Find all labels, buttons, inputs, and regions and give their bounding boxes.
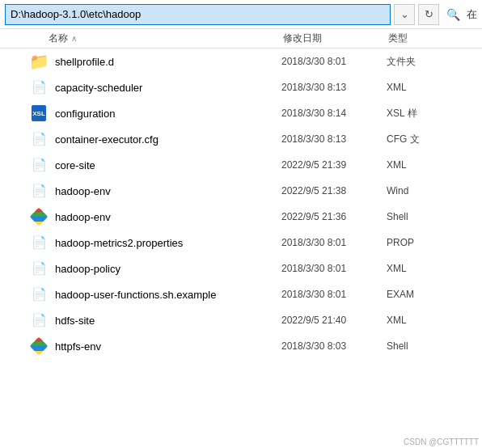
table-row[interactable]: 📄core-site2022/9/5 21:39XML — [0, 152, 482, 178]
file-icon: 📄 — [29, 181, 49, 201]
search-icon-button[interactable]: 🔍 — [442, 4, 463, 25]
file-type: XSL 样 — [387, 107, 479, 120]
file-name: hadoop-user-functions.sh.example — [55, 289, 281, 301]
file-type: 文件夹 — [387, 55, 479, 69]
file-icon: 📁 — [29, 52, 49, 71]
table-row[interactable]: hadoop-env2022/9/5 21:36Shell — [0, 204, 482, 230]
file-icon: 📄 — [29, 311, 49, 330]
file-icon: 📄 — [29, 155, 49, 175]
table-row[interactable]: 📄hadoop-policy2018/3/30 8:01XML — [0, 256, 482, 281]
file-name: hadoop-env — [55, 185, 281, 197]
file-name: shellprofile.d — [55, 56, 281, 68]
column-headers: 名称 ∧ 修改日期 类型 — [0, 29, 482, 49]
file-type: CFG 文 — [387, 133, 479, 146]
table-row[interactable]: 📄hdfs-site2022/9/5 21:40XML — [0, 307, 482, 333]
file-name: core-site — [55, 159, 281, 171]
table-row[interactable]: 📁shellprofile.d2018/3/30 8:01文件夹 — [0, 49, 482, 74]
file-type: Shell — [387, 340, 479, 352]
refresh-button[interactable]: ↻ — [418, 4, 439, 25]
file-icon — [29, 336, 49, 356]
table-row[interactable]: 📄capacity-scheduler2018/3/30 8:13XML — [0, 74, 482, 100]
file-icon: XSL — [29, 104, 49, 123]
file-list: 📁shellprofile.d2018/3/30 8:01文件夹📄capacit… — [0, 49, 482, 443]
table-row[interactable]: 📄hadoop-env2022/9/5 21:38Wind — [0, 178, 482, 204]
file-icon: 📄 — [29, 259, 49, 278]
file-name: hdfs-site — [55, 315, 281, 327]
file-name: hadoop-policy — [55, 263, 281, 275]
file-type: XML — [387, 315, 479, 326]
file-type: Wind — [387, 185, 479, 197]
table-row[interactable]: XSLconfiguration2018/3/30 8:14XSL 样 — [0, 100, 482, 126]
file-type: XML — [387, 263, 479, 274]
table-row[interactable]: 📄container-executor.cfg2018/3/30 8:13CFG… — [0, 126, 482, 152]
file-date: 2018/3/30 8:14 — [281, 108, 387, 119]
file-date: 2018/3/30 8:01 — [281, 237, 387, 248]
table-row[interactable]: httpfs-env2018/3/30 8:03Shell — [0, 333, 482, 359]
file-name: hadoop-metrics2.properties — [55, 237, 281, 249]
sort-arrow: ∧ — [71, 34, 77, 43]
file-name: container-executor.cfg — [55, 133, 281, 146]
file-date: 2018/3/30 8:01 — [281, 56, 387, 67]
col-name-header[interactable]: 名称 ∧ — [0, 32, 283, 45]
file-date: 2022/9/5 21:40 — [281, 315, 387, 326]
col-date-header[interactable]: 修改日期 — [283, 32, 388, 45]
file-date: 2018/3/30 8:01 — [281, 263, 387, 274]
file-date: 2018/3/30 8:13 — [281, 133, 387, 145]
file-type: PROP — [387, 237, 479, 248]
file-type: XML — [387, 82, 479, 93]
file-date: 2018/3/30 8:01 — [281, 289, 387, 300]
dropdown-arrow-button[interactable]: ⌄ — [394, 4, 415, 25]
file-name: configuration — [55, 108, 281, 120]
file-name: hadoop-env — [55, 211, 281, 223]
file-name: httpfs-env — [55, 340, 281, 353]
file-date: 2018/3/30 8:13 — [281, 82, 387, 93]
table-row[interactable]: 📄hadoop-user-functions.sh.example2018/3/… — [0, 281, 482, 307]
file-date: 2022/9/5 21:39 — [281, 159, 387, 171]
table-row[interactable]: 📄hadoop-metrics2.properties2018/3/30 8:0… — [0, 230, 482, 256]
file-icon: 📄 — [29, 285, 49, 304]
col-type-header[interactable]: 类型 — [388, 32, 482, 45]
file-icon — [29, 207, 49, 226]
file-type: Shell — [387, 211, 479, 222]
file-icon: 📄 — [29, 129, 49, 149]
address-input[interactable] — [5, 4, 391, 25]
file-date: 2022/9/5 21:38 — [281, 185, 387, 197]
file-icon: 📄 — [29, 233, 49, 252]
file-date: 2022/9/5 21:36 — [281, 211, 387, 222]
address-bar: ⌄ ↻ 🔍 在 — [0, 0, 482, 29]
search-label: 在 — [467, 7, 477, 22]
file-type: XML — [387, 159, 479, 171]
file-name: capacity-scheduler — [55, 82, 281, 94]
file-icon: 📄 — [29, 78, 49, 97]
watermark: CSDN @CGTTTTTT — [404, 437, 479, 446]
file-date: 2018/3/30 8:03 — [281, 340, 387, 352]
file-type: EXAM — [387, 289, 479, 300]
